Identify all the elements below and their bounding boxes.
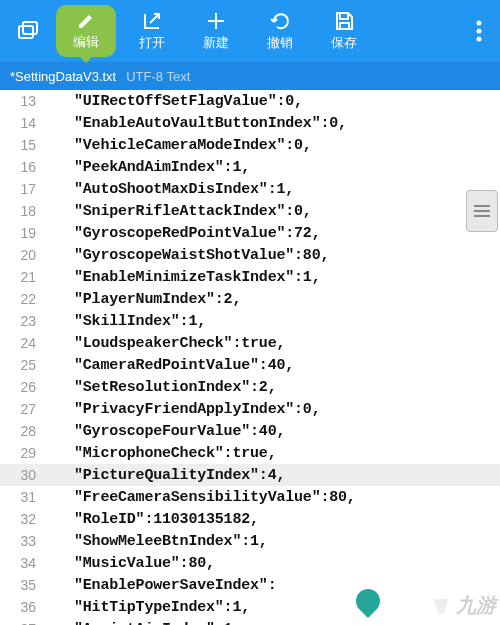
- line-content: "PlayerNumIndex":2,: [44, 291, 241, 308]
- line-number: 18: [0, 203, 44, 219]
- line-content: "EnableMinimizeTaskIndex":1,: [44, 269, 320, 286]
- code-line[interactable]: 20"GyroscopeWaistShotValue":80,: [0, 244, 500, 266]
- line-number: 13: [0, 93, 44, 109]
- code-line[interactable]: 19"GyroscopeRedPointValue":72,: [0, 222, 500, 244]
- line-content: "FreeCameraSensibilityValue":80,: [44, 489, 356, 506]
- line-content: "PictureQualityIndex":4,: [44, 467, 285, 484]
- line-content: "ShowMeleeBtnIndex":1,: [44, 533, 268, 550]
- line-content: "AssistAimIndex":1,: [44, 621, 241, 626]
- undo-button[interactable]: 撤销: [248, 0, 312, 62]
- line-number: 16: [0, 159, 44, 175]
- code-line[interactable]: 17"AutoShootMaxDisIndex":1,: [0, 178, 500, 200]
- code-line[interactable]: 33"ShowMeleeBtnIndex":1,: [0, 530, 500, 552]
- line-number: 15: [0, 137, 44, 153]
- new-button[interactable]: 新建: [184, 0, 248, 62]
- svg-rect-0: [19, 26, 33, 38]
- svg-point-3: [477, 29, 482, 34]
- line-content: "SkillIndex":1,: [44, 313, 206, 330]
- line-number: 31: [0, 489, 44, 505]
- line-content: "GyroscopeWaistShotValue":80,: [44, 247, 329, 264]
- fast-scroll-handle[interactable]: [466, 190, 498, 232]
- line-number: 17: [0, 181, 44, 197]
- line-number: 26: [0, 379, 44, 395]
- pencil-icon: [76, 11, 96, 31]
- line-content: "MusicValue":80,: [44, 555, 215, 572]
- code-line[interactable]: 32"RoleID":11030135182,: [0, 508, 500, 530]
- line-number: 21: [0, 269, 44, 285]
- line-number: 27: [0, 401, 44, 417]
- code-line[interactable]: 24"LoudspeakerCheck":true,: [0, 332, 500, 354]
- code-line[interactable]: 34"MusicValue":80,: [0, 552, 500, 574]
- code-editor[interactable]: 13"UIRectOffSetFlagValue":0,14"EnableAut…: [0, 90, 500, 625]
- line-content: "CameraRedPointValue":40,: [44, 357, 294, 374]
- file-tab-bar[interactable]: *SettingDataV3.txt UTF-8 Text: [0, 62, 500, 90]
- code-line[interactable]: 27"PrivacyFriendApplyIndex":0,: [0, 398, 500, 420]
- line-number: 25: [0, 357, 44, 373]
- line-content: "EnablePowerSaveIndex":: [44, 577, 276, 594]
- code-line[interactable]: 35"EnablePowerSaveIndex":: [0, 574, 500, 596]
- svg-point-4: [477, 37, 482, 42]
- code-line[interactable]: 22"PlayerNumIndex":2,: [0, 288, 500, 310]
- code-line[interactable]: 16"PeekAndAimIndex":1,: [0, 156, 500, 178]
- open-button[interactable]: 打开: [120, 0, 184, 62]
- line-number: 34: [0, 555, 44, 571]
- code-line[interactable]: 37"AssistAimIndex":1,: [0, 618, 500, 625]
- line-number: 23: [0, 313, 44, 329]
- save-button[interactable]: 保存: [312, 0, 376, 62]
- code-line[interactable]: 15"VehicleCameraModeIndex":0,: [0, 134, 500, 156]
- line-number: 30: [0, 467, 44, 483]
- file-name: *SettingDataV3.txt: [10, 69, 116, 84]
- line-number: 22: [0, 291, 44, 307]
- new-label: 新建: [203, 34, 229, 52]
- code-line[interactable]: 23"SkillIndex":1,: [0, 310, 500, 332]
- code-line[interactable]: 18"SniperRifleAttackIndex":0,: [0, 200, 500, 222]
- line-number: 29: [0, 445, 44, 461]
- line-number: 37: [0, 621, 44, 625]
- line-content: "GyroscopeFourValue":40,: [44, 423, 285, 440]
- edit-button[interactable]: 编辑: [56, 5, 116, 57]
- code-line[interactable]: 30"PictureQualityIndex":4,: [0, 464, 500, 486]
- save-icon: [333, 10, 355, 32]
- line-content: "SetResolutionIndex":2,: [44, 379, 276, 396]
- undo-label: 撤销: [267, 34, 293, 52]
- code-line[interactable]: 36"HitTipTypeIndex":1,: [0, 596, 500, 618]
- code-line[interactable]: 31"FreeCameraSensibilityValue":80,: [0, 486, 500, 508]
- file-encoding: UTF-8 Text: [126, 69, 190, 84]
- code-line[interactable]: 14"EnableAutoVaultButtonIndex":0,: [0, 112, 500, 134]
- line-content: "GyroscopeRedPointValue":72,: [44, 225, 320, 242]
- edit-label: 编辑: [73, 33, 99, 51]
- code-line[interactable]: 28"GyroscopeFourValue":40,: [0, 420, 500, 442]
- more-icon: [476, 20, 482, 42]
- line-number: 28: [0, 423, 44, 439]
- line-content: "VehicleCameraModeIndex":0,: [44, 137, 312, 154]
- more-menu[interactable]: [462, 20, 496, 42]
- code-line[interactable]: 29"MicrophoneCheck":true,: [0, 442, 500, 464]
- code-line[interactable]: 26"SetResolutionIndex":2,: [0, 376, 500, 398]
- line-number: 24: [0, 335, 44, 351]
- line-number: 19: [0, 225, 44, 241]
- svg-rect-1: [23, 22, 37, 34]
- code-line[interactable]: 13"UIRectOffSetFlagValue":0,: [0, 90, 500, 112]
- line-content: "MicrophoneCheck":true,: [44, 445, 276, 462]
- line-content: "SniperRifleAttackIndex":0,: [44, 203, 312, 220]
- code-line[interactable]: 21"EnableMinimizeTaskIndex":1,: [0, 266, 500, 288]
- plus-icon: [205, 10, 227, 32]
- line-content: "EnableAutoVaultButtonIndex":0,: [44, 115, 347, 132]
- multitab-button[interactable]: [4, 0, 52, 62]
- line-number: 14: [0, 115, 44, 131]
- svg-point-2: [477, 21, 482, 26]
- undo-icon: [269, 10, 291, 32]
- line-number: 32: [0, 511, 44, 527]
- open-label: 打开: [139, 34, 165, 52]
- line-content: "AutoShootMaxDisIndex":1,: [44, 181, 294, 198]
- line-content: "HitTipTypeIndex":1,: [44, 599, 250, 616]
- line-content: "RoleID":11030135182,: [44, 511, 259, 528]
- code-line[interactable]: 25"CameraRedPointValue":40,: [0, 354, 500, 376]
- toolbar: 编辑 打开 新建 撤销 保存: [0, 0, 500, 62]
- line-number: 20: [0, 247, 44, 263]
- line-number: 36: [0, 599, 44, 615]
- line-content: "UIRectOffSetFlagValue":0,: [44, 93, 303, 110]
- watermark: 九游: [430, 592, 496, 619]
- open-icon: [141, 10, 163, 32]
- save-label: 保存: [331, 34, 357, 52]
